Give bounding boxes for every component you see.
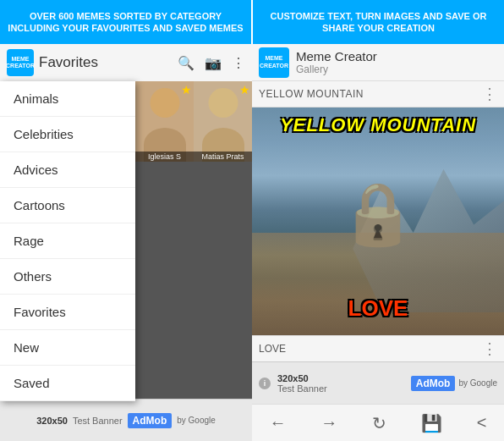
meme-bottom-label: LOVE xyxy=(259,343,482,355)
by-google-text: by Google xyxy=(177,416,216,425)
app-icon-left: MEMECREATOR xyxy=(7,49,34,76)
admob-logo-right: AdMob xyxy=(411,376,456,391)
dropdown-menu: Animals Celebrities Advices Cartoons Rag… xyxy=(0,81,135,401)
app-icon-right: MEME CREATOR xyxy=(259,47,289,78)
more-icon[interactable]: ⋮ xyxy=(232,55,245,71)
meme-top-label: YELLOW MOUNTAIN xyxy=(259,88,482,100)
header-icons: 🔍 📷 ⋮ xyxy=(178,55,245,71)
left-ad-banner: i 320x50 Test Banner AdMob by Google xyxy=(0,399,252,441)
menu-item-rage[interactable]: Rage xyxy=(0,223,135,259)
menu-item-advices[interactable]: Advices xyxy=(0,152,135,188)
right-panel: MEME CREATOR Meme Creator Gallery YELLOW… xyxy=(252,44,504,441)
meme-label-bar-top: YELLOW MOUNTAIN ⋮ xyxy=(252,81,504,107)
image-icon[interactable]: 📷 xyxy=(205,55,222,71)
menu-item-new[interactable]: New xyxy=(0,330,135,366)
refresh-icon[interactable]: ↻ xyxy=(362,410,397,437)
meme-label-bar-bottom: LOVE ⋮ xyxy=(252,335,504,361)
menu-item-favorites[interactable]: Favorites xyxy=(0,295,135,330)
celeb-name-2: Matias Prats xyxy=(194,152,252,162)
admob-logo: AdMob xyxy=(128,413,173,428)
menu-item-others[interactable]: Others xyxy=(0,259,135,295)
main-content: MEMECREATOR Favorites 🔍 📷 ⋮ Burning i ★ xyxy=(0,44,504,441)
ad-label: Test Banner xyxy=(277,383,327,394)
right-panel-subtitle: Gallery xyxy=(296,63,377,75)
menu-item-animals[interactable]: Animals xyxy=(0,81,135,117)
star-badge-2: ★ xyxy=(239,83,250,96)
admob-block: AdMob by Google xyxy=(411,376,497,391)
right-ad-banner: i 320x50 Test Banner AdMob by Google xyxy=(252,361,504,404)
meme-bottom-text: LOVE xyxy=(252,295,504,322)
adjust-icon-top[interactable]: ⋮ xyxy=(482,85,497,103)
left-header: MEMECREATOR Favorites 🔍 📷 ⋮ xyxy=(0,44,252,81)
banner-left-text: OVER 600 MEMES SORTED BY CATEGORY INCLUD… xyxy=(0,0,251,44)
search-icon[interactable]: 🔍 xyxy=(178,55,194,71)
celeb-name-1: Iglesias S xyxy=(135,152,194,162)
right-ad-info[interactable]: i xyxy=(259,378,271,389)
heart-lock-image: 🔒 xyxy=(340,177,416,249)
right-header-text: Meme Creator Gallery xyxy=(296,49,377,75)
meme-image-area[interactable]: 🔒 YELLOW MOUNTAIN LOVE xyxy=(252,107,504,335)
celeb-item-2[interactable]: ★ Matias Prats xyxy=(194,81,252,162)
star-badge-1: ★ xyxy=(181,83,192,96)
meme-container: YELLOW MOUNTAIN ⋮ 🔒 YELLOW MOUNTAIN LOVE xyxy=(252,81,504,361)
menu-item-celebrities[interactable]: Celebrities xyxy=(0,117,135,152)
save-icon[interactable]: 💾 xyxy=(411,410,452,437)
share-icon[interactable]: < xyxy=(467,410,497,436)
left-panel: MEMECREATOR Favorites 🔍 📷 ⋮ Burning i ★ xyxy=(0,44,252,441)
bottom-nav: ← → ↻ 💾 < xyxy=(252,404,504,441)
by-google-right: by Google xyxy=(458,378,497,388)
back-icon[interactable]: ← xyxy=(259,410,296,436)
right-header: MEME CREATOR Meme Creator Gallery xyxy=(252,44,504,81)
forward-icon[interactable]: → xyxy=(310,410,348,436)
banner-right-text: CUSTOMIZE TEXT, TURN IMAGES AND SAVE OR … xyxy=(253,0,504,44)
menu-item-cartoons[interactable]: Cartoons xyxy=(0,188,135,223)
right-panel-title: Meme Creator xyxy=(296,49,377,63)
adjust-icon-bottom[interactable]: ⋮ xyxy=(482,339,497,358)
ad-size: 320x50 xyxy=(277,373,327,383)
meme-background: 🔒 YELLOW MOUNTAIN LOVE xyxy=(252,107,504,335)
meme-top-text: YELLOW MOUNTAIN xyxy=(252,114,504,136)
ad-text-block: 320x50 Test Banner xyxy=(277,373,327,394)
left-panel-title: Favorites xyxy=(39,54,173,71)
top-banner: OVER 600 MEMES SORTED BY CATEGORY INCLUD… xyxy=(0,0,504,44)
celeb-item-1[interactable]: ★ Iglesias S xyxy=(135,81,194,162)
menu-item-saved[interactable]: Saved xyxy=(0,366,135,401)
celeb-images: ★ Iglesias S ★ Matias Prats xyxy=(135,81,252,399)
